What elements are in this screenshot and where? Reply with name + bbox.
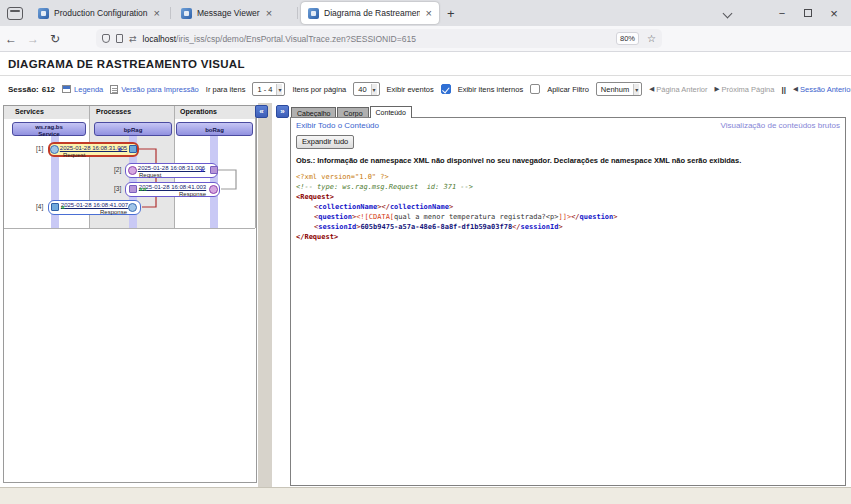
- tab-favicon-icon: [181, 8, 192, 19]
- xml-token: <!-- type: ws.rag.msg.Request id: 371 --…: [296, 183, 473, 191]
- raw-content-view-link[interactable]: Visualização de conteúdos brutos: [721, 121, 841, 130]
- xml-token: question: [580, 213, 614, 221]
- message-label: Request: [139, 172, 161, 178]
- tab-title: Production Configuration: [54, 8, 148, 18]
- xml-token: 605b9475-a57a-48e6-8a8f-df1b59a03f78: [360, 223, 512, 231]
- show-events-checkbox[interactable]: [441, 84, 451, 94]
- endpoint-square: [51, 203, 59, 211]
- show-all-content-link[interactable]: Exibir Todo o Conteúdo: [296, 121, 379, 130]
- goto-items-value: 1 - 4: [257, 85, 272, 94]
- message-timestamp-link[interactable]: 2025-01-28 16:08:31.005: [50, 145, 137, 151]
- endpoint-square: [210, 166, 218, 174]
- tab-close-icon[interactable]: ×: [266, 8, 272, 19]
- connector-request-response-red: [139, 149, 156, 207]
- connection-icon: ⇄: [129, 34, 137, 44]
- tab-conteudo[interactable]: Conteúdo: [370, 106, 412, 118]
- per-page-select[interactable]: 40▾: [353, 82, 379, 96]
- page-info-icon[interactable]: [116, 34, 123, 43]
- print-version-link[interactable]: Versão para Impressão: [110, 85, 199, 94]
- expand-panel-button[interactable]: »: [276, 105, 289, 118]
- prev-page-link[interactable]: ◀Página Anterior: [649, 85, 707, 94]
- xml-token: >: [449, 203, 453, 211]
- xml-token: </: [571, 213, 579, 221]
- next-page-label: Próxima Página: [722, 85, 775, 94]
- browser-window: Production Configuration × Message Viewe…: [0, 0, 851, 504]
- session-value: 612: [42, 85, 55, 94]
- xml-token: sessionId: [521, 223, 559, 231]
- xml-token: qual a menor temperatura registrada?<p>: [394, 213, 558, 221]
- xml-line: <Request>: [296, 192, 840, 202]
- restore-icon: [804, 9, 812, 17]
- message-2-request[interactable]: 2025-01-28 16:08:31.006 Request: [125, 163, 218, 178]
- legend-link[interactable]: Legenda: [62, 85, 103, 94]
- browser-address-bar: ← → ↻ ⇄ localhost /iris_iss/csp/demo/Ens…: [0, 26, 851, 52]
- xml-line: <collectionName></collectionName>: [296, 202, 840, 212]
- browser-tab-bar: Production Configuration × Message Viewe…: [0, 0, 851, 26]
- message-1-request[interactable]: 2025-01-28 16:08:31.005 Request: [48, 142, 139, 157]
- tab-divider: [170, 7, 171, 19]
- prev-icon: ◀: [649, 85, 654, 93]
- back-icon[interactable]: ←: [0, 32, 22, 46]
- detail-tab-bar: Cabeçalho Corpo Conteúdo: [291, 104, 413, 118]
- page-header: DIAGRAMA DE RASTREAMENTO VISUAL: [0, 52, 851, 76]
- tab-message-viewer[interactable]: Message Viewer ×: [174, 3, 294, 23]
- list-tabs-chevron-icon[interactable]: [723, 9, 731, 17]
- show-internal-label: Exibir itens internos: [458, 85, 523, 94]
- xml-line: <?xml version="1.0" ?>: [296, 172, 840, 182]
- endpoint-square: [129, 185, 137, 193]
- prev-icon: ◀: [793, 85, 798, 93]
- print-label: Versão para Impressão: [121, 85, 199, 94]
- collapse-panel-button[interactable]: «: [255, 105, 268, 118]
- endpoint-circle: [209, 185, 218, 194]
- bookmark-star-icon[interactable]: ☆: [647, 33, 656, 44]
- prev-session-link[interactable]: ◀Sessão Anterior: [793, 85, 851, 94]
- tab-divider: [297, 7, 298, 19]
- tab-visual-trace[interactable]: Diagrama de Rastreamento Visual ×: [301, 2, 439, 24]
- arrow-right-icon: »: [118, 146, 122, 153]
- message-label: Response: [179, 191, 206, 197]
- trace-diagram-panel: Services Processes Operations ws.rag.bs …: [3, 105, 257, 483]
- zoom-level-badge[interactable]: 80%: [616, 32, 639, 45]
- message-index: [3]: [114, 185, 121, 192]
- xml-token: </: [512, 223, 520, 231]
- message-index: [1]: [36, 145, 43, 152]
- legend-icon: [62, 85, 71, 93]
- expand-all-button[interactable]: Expandir tudo: [296, 135, 354, 149]
- separator: ||: [781, 85, 785, 94]
- show-internal-checkbox[interactable]: [530, 84, 540, 94]
- xml-line: <!-- type: ws.rag.msg.Request id: 371 --…: [296, 182, 840, 192]
- tab-favicon-icon: [308, 8, 319, 19]
- page-title: DIAGRAMA DE RASTREAMENTO VISUAL: [8, 58, 245, 70]
- message-label: Request: [63, 152, 85, 158]
- message-label: Response: [100, 209, 127, 215]
- reload-icon[interactable]: ↻: [44, 32, 66, 46]
- tab-production-configuration[interactable]: Production Configuration ×: [31, 3, 167, 23]
- per-page-value: 40: [358, 85, 366, 94]
- per-page-label: Itens por página: [292, 85, 346, 94]
- window-restore-button[interactable]: [795, 0, 821, 26]
- connector-request-response-gray: [218, 170, 236, 189]
- goto-items-select[interactable]: 1 - 4▾: [252, 82, 285, 96]
- panel-splitter[interactable]: [258, 103, 272, 487]
- firefox-view-icon[interactable]: [7, 7, 23, 20]
- url-input[interactable]: ⇄ localhost /iris_iss/csp/demo/EnsPortal…: [96, 29, 662, 48]
- tab-close-icon[interactable]: ×: [426, 8, 432, 19]
- forward-icon[interactable]: →: [22, 32, 44, 46]
- filter-label: Aplicar Filtro: [547, 85, 589, 94]
- status-bar: [0, 487, 851, 504]
- next-page-link[interactable]: ▶Próxima Página: [715, 85, 775, 94]
- arrow-right-icon: »: [200, 167, 204, 174]
- window-minimize-button[interactable]: −: [769, 0, 795, 26]
- next-icon: ▶: [715, 85, 720, 93]
- xml-token: collectionName: [390, 203, 449, 211]
- chevron-down-icon: ▾: [633, 84, 639, 95]
- legend-label: Legenda: [74, 85, 103, 94]
- new-tab-button[interactable]: +: [447, 6, 455, 21]
- filter-select[interactable]: Nenhum▾: [596, 82, 642, 96]
- printer-icon: [110, 85, 118, 94]
- window-close-button[interactable]: ×: [821, 0, 847, 26]
- tab-close-icon[interactable]: ×: [154, 8, 160, 19]
- xml-token: </: [381, 203, 389, 211]
- arrow-left-icon: «: [61, 204, 65, 211]
- shield-icon[interactable]: [102, 34, 110, 43]
